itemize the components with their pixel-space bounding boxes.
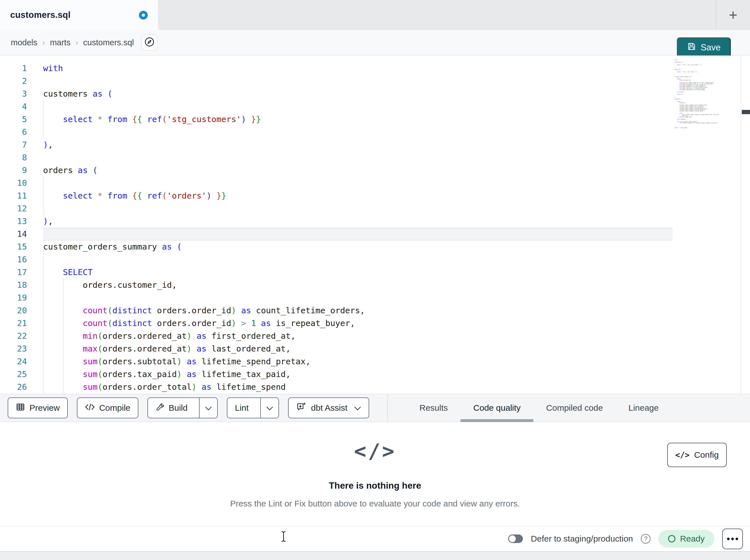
code-line-19[interactable]: 19 xyxy=(0,291,750,304)
indent-guide xyxy=(43,253,44,394)
ready-status-badge: Ready xyxy=(658,530,714,547)
code-line-2[interactable]: 2 xyxy=(0,75,750,87)
line-number: 12 xyxy=(0,202,27,215)
line-number: 3 xyxy=(0,87,27,100)
panel-tabs: Results Code quality Compiled code Linea… xyxy=(407,394,671,421)
code-brackets-icon: </> xyxy=(354,439,396,463)
config-button[interactable]: </> Config xyxy=(667,443,727,467)
code-line-11[interactable]: 11 select * from {{ ref('orders') }} xyxy=(0,189,750,202)
line-number: 6 xyxy=(0,126,27,139)
dbt-assist-button[interactable]: dbt Assist xyxy=(288,397,369,418)
code-icon: </> xyxy=(675,450,690,460)
breadcrumb-bar: models › marts › customers.sql Save xyxy=(0,30,750,56)
table-icon xyxy=(16,402,25,414)
lint-button[interactable]: Lint xyxy=(228,398,256,418)
line-number: 11 xyxy=(0,189,27,202)
code-line-26[interactable]: 26 sum(orders.order_total) as lifetime_s… xyxy=(0,381,750,393)
code-line-14[interactable]: 14 xyxy=(0,228,750,241)
code-line-20[interactable]: 20 count(distinct orders.order_id) as co… xyxy=(0,304,750,317)
ready-circle-icon xyxy=(668,535,675,542)
lint-split-button: Lint xyxy=(227,397,279,418)
code-line-15[interactable]: 15customer_orders_summary as ( xyxy=(0,241,750,253)
code-line-8[interactable]: 8 xyxy=(0,151,750,164)
line-number: 18 xyxy=(0,279,27,291)
more-options-button[interactable] xyxy=(722,528,743,549)
config-label: Config xyxy=(694,450,719,460)
code-line-13[interactable]: 13), xyxy=(0,215,750,228)
empty-state-subtitle: Press the Lint or Fix button above to ev… xyxy=(230,499,520,509)
ready-label: Ready xyxy=(680,534,705,544)
tab-code-quality[interactable]: Code quality xyxy=(460,394,533,421)
window-bottom-strip xyxy=(0,551,750,560)
line-number: 1 xyxy=(0,62,27,75)
chevron-down-icon xyxy=(266,403,273,413)
code-line-18[interactable]: 18 orders.customer_id, xyxy=(0,279,750,291)
line-number: 23 xyxy=(0,343,27,355)
line-number: 14 xyxy=(0,228,27,241)
code-icon xyxy=(85,403,95,413)
tab-results[interactable]: Results xyxy=(407,394,460,421)
code-line-4[interactable]: 4 xyxy=(0,100,750,113)
code-quality-panel: </> There is nothing here Press the Lint… xyxy=(0,422,750,526)
code-line-5[interactable]: 5 select * from {{ ref('stg_customers') … xyxy=(0,113,750,126)
code-line-24[interactable]: 24 sum(orders.subtotal) as lifetime_spen… xyxy=(0,355,750,368)
code-line-3[interactable]: 3customers as ( xyxy=(0,87,750,100)
line-number: 4 xyxy=(0,100,27,113)
line-number: 7 xyxy=(0,139,27,151)
code-line-7[interactable]: 7), xyxy=(0,139,750,151)
preview-button[interactable]: Preview xyxy=(8,397,68,418)
breadcrumb-models[interactable]: models xyxy=(11,38,37,47)
dbt-assist-label: dbt Assist xyxy=(311,403,347,413)
code-line-25[interactable]: 25 sum(orders.tax_paid) as lifetime_tax_… xyxy=(0,368,750,381)
empty-state: </> There is nothing here Press the Lint… xyxy=(0,439,750,509)
save-button[interactable]: Save xyxy=(677,37,731,58)
code-line-6[interactable]: 6 xyxy=(0,126,750,139)
lint-dropdown-button[interactable] xyxy=(260,398,278,418)
build-button[interactable]: Build xyxy=(148,398,195,418)
compile-button[interactable]: Compile xyxy=(77,397,138,418)
line-number: 20 xyxy=(0,304,27,317)
breadcrumb-marts[interactable]: marts xyxy=(50,38,71,47)
line-number: 24 xyxy=(0,355,27,368)
code-line-22[interactable]: 22 min(orders.ordered_at) as first_order… xyxy=(0,330,750,343)
empty-state-title: There is nothing here xyxy=(329,480,421,491)
compile-label: Compile xyxy=(99,403,131,413)
plus-icon: + xyxy=(729,6,737,23)
status-bar: Defer to staging/production ? Ready xyxy=(0,526,750,551)
defer-toggle[interactable] xyxy=(508,535,523,543)
chevron-down-icon xyxy=(354,403,361,413)
line-number: 17 xyxy=(0,266,27,279)
code-line-9[interactable]: 9orders as ( xyxy=(0,164,750,177)
code-line-21[interactable]: 21 count(distinct orders.order_id) > 1 a… xyxy=(0,317,750,330)
line-number: 22 xyxy=(0,330,27,343)
code-line-1[interactable]: 1with xyxy=(0,62,750,75)
toolbar-tabs-divider xyxy=(387,394,388,422)
new-tab-button[interactable]: + xyxy=(716,0,750,30)
breadcrumb-file[interactable]: customers.sql xyxy=(83,38,134,47)
chevron-down-icon xyxy=(205,403,212,413)
indent-guide xyxy=(63,279,63,394)
tab-title: customers.sql xyxy=(10,10,133,20)
help-icon[interactable]: ? xyxy=(641,534,650,544)
tab-compiled-code[interactable]: Compiled code xyxy=(533,394,616,421)
code-line-23[interactable]: 23 max(orders.ordered_at) as last_ordere… xyxy=(0,343,750,355)
code-lines: 1with23customers as (45 select * from {{… xyxy=(0,62,750,393)
minimap[interactable]: withcustomers as ( select * from {{ ref(… xyxy=(675,60,739,128)
tab-lineage[interactable]: Lineage xyxy=(616,394,671,421)
code-line-12[interactable]: 12 xyxy=(0,202,750,215)
build-dropdown-button[interactable] xyxy=(199,398,217,418)
preview-label: Preview xyxy=(29,403,60,413)
code-editor[interactable]: 1with23customers as (45 select * from {{… xyxy=(0,56,750,394)
lineage-compass-button[interactable] xyxy=(141,34,158,51)
tab-customers-sql[interactable]: customers.sql xyxy=(0,0,158,30)
chevron-right-icon: › xyxy=(42,38,45,47)
line-number: 5 xyxy=(0,113,27,126)
code-line-17[interactable]: 17 SELECT xyxy=(0,266,750,279)
lint-label: Lint xyxy=(235,403,249,413)
code-line-16[interactable]: 16 xyxy=(0,253,750,266)
line-number: 13 xyxy=(0,215,27,228)
scrollbar-thumb[interactable] xyxy=(742,110,750,114)
line-number: 16 xyxy=(0,253,27,266)
code-line-10[interactable]: 10 xyxy=(0,177,750,189)
line-number: 2 xyxy=(0,75,27,87)
